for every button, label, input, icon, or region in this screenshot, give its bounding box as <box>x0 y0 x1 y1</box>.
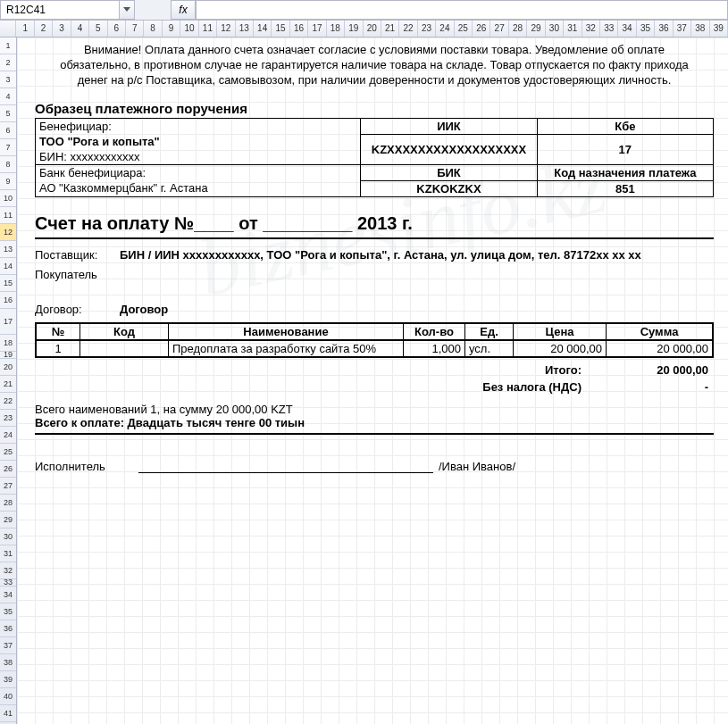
row-header[interactable]: 19 <box>0 352 16 359</box>
col-header[interactable]: 34 <box>618 21 636 37</box>
worksheet-cells[interactable]: biznesinfo.kz Внимание! Оплата данного с… <box>17 37 728 724</box>
formula-bar[interactable] <box>196 0 728 20</box>
col-header[interactable]: 30 <box>546 21 564 37</box>
col-header[interactable]: 21 <box>381 21 399 37</box>
row-header[interactable]: 23 <box>0 410 16 427</box>
row-header[interactable]: 34 <box>0 587 16 603</box>
col-header[interactable]: 13 <box>236 21 254 37</box>
row-header[interactable]: 30 <box>0 528 16 545</box>
row-header[interactable]: 16 <box>0 292 16 309</box>
col-header[interactable]: 20 <box>364 21 381 37</box>
col-header[interactable]: 22 <box>399 21 417 37</box>
row-header[interactable]: 14 <box>0 258 16 275</box>
col-header[interactable]: 6 <box>108 21 126 37</box>
row-header[interactable]: 37 <box>0 637 16 654</box>
table-row: 1 Предоплата за разработку сайта 50% 1,0… <box>36 340 713 357</box>
row-header[interactable]: 9 <box>0 173 16 190</box>
row-header[interactable]: 24 <box>0 427 16 444</box>
col-header[interactable]: 19 <box>345 21 363 37</box>
col-header[interactable]: 35 <box>637 21 655 37</box>
row-header[interactable]: 5 <box>0 105 16 122</box>
cell-name-box[interactable]: R12C41 <box>0 0 119 20</box>
row-header[interactable]: 25 <box>0 444 16 461</box>
cell-unit: усл. <box>465 340 514 357</box>
warning-text: Внимание! Оплата данного счета означает … <box>35 37 714 92</box>
row-header[interactable]: 1 <box>0 37 16 54</box>
row-header[interactable]: 22 <box>0 393 16 410</box>
col-header[interactable]: 33 <box>600 21 618 37</box>
beneficiary-table: Бенефициар: ТОО "Рога и копыта" БИН: xxx… <box>35 118 714 197</box>
name-box-dropdown[interactable] <box>119 0 135 20</box>
divider <box>35 237 714 239</box>
col-header[interactable]: 27 <box>490 21 508 37</box>
row-header[interactable]: 31 <box>0 545 16 562</box>
th-qty: Кол-во <box>404 323 465 340</box>
col-header[interactable]: 39 <box>710 21 728 37</box>
supplier-label: Поставщик: <box>35 248 120 262</box>
row-header[interactable]: 2 <box>0 54 16 71</box>
row-header[interactable]: 28 <box>0 495 16 512</box>
col-header[interactable]: 29 <box>527 21 545 37</box>
col-header[interactable]: 11 <box>199 21 217 37</box>
row-header[interactable]: 40 <box>0 688 16 705</box>
col-header[interactable]: 10 <box>180 21 198 37</box>
col-header[interactable]: 16 <box>290 21 308 37</box>
row-header[interactable]: 3 <box>0 71 16 88</box>
row-header[interactable]: 13 <box>0 241 16 258</box>
row-header[interactable]: 11 <box>0 207 16 224</box>
row-header[interactable]: 21 <box>0 376 16 393</box>
col-header[interactable]: 31 <box>564 21 582 37</box>
row-header[interactable]: 15 <box>0 275 16 292</box>
col-header[interactable]: 26 <box>473 21 490 37</box>
code-label: Код назначения платежа <box>537 164 713 180</box>
row-header[interactable]: 36 <box>0 620 16 637</box>
col-header[interactable]: 8 <box>144 21 162 37</box>
row-header[interactable]: 7 <box>0 139 16 156</box>
col-header[interactable]: 37 <box>674 21 691 37</box>
row-header[interactable]: 17 <box>0 309 16 335</box>
row-header[interactable]: 6 <box>0 122 16 139</box>
bik-label: БИК <box>361 164 537 180</box>
col-header[interactable]: 14 <box>254 21 272 37</box>
row-header[interactable]: 41 <box>0 705 16 722</box>
col-header[interactable]: 28 <box>509 21 527 37</box>
row-header[interactable]: 10 <box>0 190 16 207</box>
row-header[interactable]: 4 <box>0 88 16 105</box>
col-header[interactable]: 18 <box>327 21 345 37</box>
benef-label: Бенефициар: <box>36 119 360 134</box>
row-header[interactable]: 20 <box>0 359 16 376</box>
col-header[interactable]: 17 <box>308 21 326 37</box>
benef-bin: БИН: xxxxxxxxxxxx <box>36 149 360 164</box>
row-header[interactable]: 39 <box>0 671 16 688</box>
invoice-title: Счет на оплату №____ от _________ 2013 г… <box>35 213 714 234</box>
col-header[interactable]: 12 <box>217 21 235 37</box>
col-header[interactable]: 1 <box>16 21 34 37</box>
insert-function-button[interactable]: fx <box>171 0 196 20</box>
col-header[interactable]: 3 <box>53 21 71 37</box>
col-header[interactable]: 32 <box>582 21 600 37</box>
row-header[interactable]: 35 <box>0 603 16 620</box>
col-header[interactable]: 23 <box>418 21 436 37</box>
iik-value: KZXXXXXXXXXXXXXXXXXX <box>361 134 537 164</box>
col-header[interactable]: 2 <box>35 21 53 37</box>
col-header[interactable]: 7 <box>126 21 144 37</box>
col-header[interactable]: 5 <box>89 21 107 37</box>
select-all-corner[interactable] <box>0 21 16 37</box>
col-header[interactable]: 4 <box>71 21 89 37</box>
row-header[interactable]: 29 <box>0 512 16 528</box>
col-header[interactable]: 15 <box>272 21 289 37</box>
divider-2 <box>35 433 714 435</box>
row-header[interactable]: 26 <box>0 461 16 478</box>
col-header[interactable]: 24 <box>436 21 454 37</box>
cell-code <box>80 340 169 357</box>
col-header[interactable]: 38 <box>691 21 709 37</box>
nds-label: Без налога (НДС) <box>35 379 587 395</box>
row-header[interactable]: 38 <box>0 654 16 671</box>
col-header[interactable]: 25 <box>455 21 473 37</box>
row-header[interactable]: 27 <box>0 478 16 495</box>
row-header[interactable]: 12 <box>0 224 16 241</box>
col-header[interactable]: 9 <box>163 21 180 37</box>
col-header[interactable]: 36 <box>655 21 673 37</box>
row-header[interactable]: 8 <box>0 156 16 173</box>
row-header[interactable]: 33 <box>0 579 16 587</box>
